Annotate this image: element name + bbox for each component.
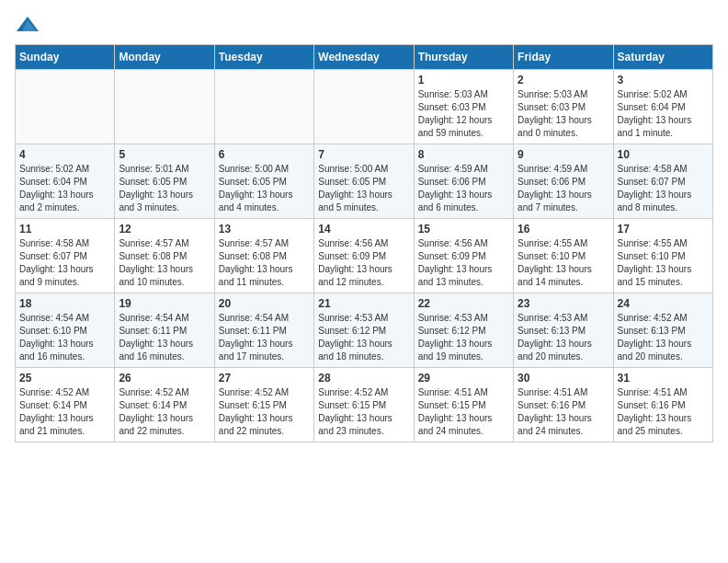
day-number: 1 — [418, 74, 509, 86]
day-number: 17 — [618, 223, 709, 236]
logo — [15, 15, 44, 35]
day-info: Sunrise: 4:58 AMSunset: 6:07 PMDaylight:… — [19, 237, 110, 289]
calendar-week-row: 25Sunrise: 4:52 AMSunset: 6:14 PMDayligh… — [16, 368, 713, 442]
day-info: Sunrise: 4:57 AMSunset: 6:08 PMDaylight:… — [219, 237, 310, 289]
day-info: Sunrise: 4:56 AMSunset: 6:09 PMDaylight:… — [318, 237, 409, 289]
day-number: 20 — [219, 297, 310, 310]
calendar-day-cell: 13Sunrise: 4:57 AMSunset: 6:08 PMDayligh… — [214, 219, 313, 293]
day-info: Sunrise: 4:52 AMSunset: 6:14 PMDaylight:… — [19, 386, 110, 438]
day-number: 13 — [219, 223, 310, 236]
day-info: Sunrise: 5:00 AMSunset: 6:05 PMDaylight:… — [219, 163, 310, 214]
day-info: Sunrise: 4:55 AMSunset: 6:10 PMDaylight:… — [618, 237, 709, 289]
day-number: 15 — [418, 223, 509, 236]
calendar-day-cell: 28Sunrise: 4:52 AMSunset: 6:15 PMDayligh… — [314, 368, 414, 442]
day-number: 22 — [418, 297, 509, 310]
day-number: 16 — [518, 223, 609, 236]
day-info: Sunrise: 4:59 AMSunset: 6:06 PMDaylight:… — [418, 163, 509, 214]
calendar-day-cell — [214, 70, 313, 144]
calendar-day-cell: 18Sunrise: 4:54 AMSunset: 6:10 PMDayligh… — [16, 293, 115, 368]
calendar-day-cell: 7Sunrise: 5:00 AMSunset: 6:05 PMDaylight… — [314, 144, 414, 219]
day-number: 21 — [318, 297, 409, 310]
day-number: 2 — [518, 74, 609, 86]
calendar-day-cell: 30Sunrise: 4:51 AMSunset: 6:16 PMDayligh… — [514, 368, 613, 442]
calendar-day-cell: 3Sunrise: 5:02 AMSunset: 6:04 PMDaylight… — [613, 70, 712, 144]
day-number: 4 — [19, 148, 110, 161]
day-info: Sunrise: 4:59 AMSunset: 6:06 PMDaylight:… — [518, 163, 609, 214]
calendar-day-cell: 2Sunrise: 5:03 AMSunset: 6:03 PMDaylight… — [514, 70, 613, 144]
day-number: 7 — [318, 148, 409, 161]
day-number: 14 — [318, 223, 409, 236]
day-number: 26 — [119, 372, 210, 385]
day-info: Sunrise: 5:01 AMSunset: 6:05 PMDaylight:… — [119, 163, 210, 214]
calendar-day-cell: 11Sunrise: 4:58 AMSunset: 6:07 PMDayligh… — [16, 219, 115, 293]
day-info: Sunrise: 4:51 AMSunset: 6:15 PMDaylight:… — [418, 386, 509, 438]
day-number: 30 — [518, 372, 609, 385]
calendar-day-cell: 9Sunrise: 4:59 AMSunset: 6:06 PMDaylight… — [514, 144, 613, 219]
day-number: 12 — [119, 223, 210, 236]
calendar-header-row: SundayMondayTuesdayWednesdayThursdayFrid… — [16, 45, 713, 70]
calendar-day-cell: 31Sunrise: 4:51 AMSunset: 6:16 PMDayligh… — [613, 368, 712, 442]
calendar-day-cell: 17Sunrise: 4:55 AMSunset: 6:10 PMDayligh… — [613, 219, 712, 293]
day-info: Sunrise: 4:58 AMSunset: 6:07 PMDaylight:… — [618, 163, 709, 214]
day-info: Sunrise: 4:51 AMSunset: 6:16 PMDaylight:… — [518, 386, 609, 438]
day-of-week-header: Saturday — [613, 45, 712, 70]
day-number: 29 — [418, 372, 509, 385]
day-number: 11 — [19, 223, 110, 236]
calendar-day-cell: 27Sunrise: 4:52 AMSunset: 6:15 PMDayligh… — [214, 368, 313, 442]
calendar-table: SundayMondayTuesdayWednesdayThursdayFrid… — [15, 44, 713, 442]
day-number: 31 — [618, 372, 709, 385]
day-number: 10 — [618, 148, 709, 161]
calendar-day-cell — [115, 70, 214, 144]
day-number: 5 — [119, 148, 210, 161]
day-info: Sunrise: 4:57 AMSunset: 6:08 PMDaylight:… — [119, 237, 210, 289]
day-number: 19 — [119, 297, 210, 310]
day-number: 24 — [618, 297, 709, 310]
calendar-day-cell: 14Sunrise: 4:56 AMSunset: 6:09 PMDayligh… — [314, 219, 414, 293]
calendar-day-cell: 6Sunrise: 5:00 AMSunset: 6:05 PMDaylight… — [214, 144, 313, 219]
day-number: 9 — [518, 148, 609, 161]
day-info: Sunrise: 5:03 AMSunset: 6:03 PMDaylight:… — [518, 88, 609, 140]
day-of-week-header: Monday — [115, 45, 214, 70]
day-number: 25 — [19, 372, 110, 385]
day-of-week-header: Friday — [514, 45, 613, 70]
calendar-day-cell: 19Sunrise: 4:54 AMSunset: 6:11 PMDayligh… — [115, 293, 214, 368]
day-number: 8 — [418, 148, 509, 161]
day-info: Sunrise: 5:03 AMSunset: 6:03 PMDaylight:… — [418, 88, 509, 140]
day-info: Sunrise: 4:52 AMSunset: 6:14 PMDaylight:… — [119, 386, 210, 438]
page-header — [15, 15, 713, 35]
day-of-week-header: Thursday — [414, 45, 513, 70]
day-info: Sunrise: 5:02 AMSunset: 6:04 PMDaylight:… — [618, 88, 709, 140]
day-info: Sunrise: 4:53 AMSunset: 6:12 PMDaylight:… — [418, 312, 509, 363]
calendar-day-cell: 21Sunrise: 4:53 AMSunset: 6:12 PMDayligh… — [314, 293, 414, 368]
day-info: Sunrise: 4:54 AMSunset: 6:11 PMDaylight:… — [219, 312, 310, 363]
day-info: Sunrise: 4:55 AMSunset: 6:10 PMDaylight:… — [518, 237, 609, 289]
logo-icon — [15, 15, 40, 35]
day-number: 18 — [19, 297, 110, 310]
day-info: Sunrise: 4:54 AMSunset: 6:10 PMDaylight:… — [19, 312, 110, 363]
calendar-day-cell: 15Sunrise: 4:56 AMSunset: 6:09 PMDayligh… — [414, 219, 513, 293]
day-of-week-header: Tuesday — [214, 45, 313, 70]
day-info: Sunrise: 4:53 AMSunset: 6:13 PMDaylight:… — [518, 312, 609, 363]
day-of-week-header: Sunday — [16, 45, 115, 70]
calendar-day-cell: 10Sunrise: 4:58 AMSunset: 6:07 PMDayligh… — [613, 144, 712, 219]
day-number: 23 — [518, 297, 609, 310]
day-info: Sunrise: 4:53 AMSunset: 6:12 PMDaylight:… — [318, 312, 409, 363]
calendar-day-cell: 5Sunrise: 5:01 AMSunset: 6:05 PMDaylight… — [115, 144, 214, 219]
day-number: 6 — [219, 148, 310, 161]
day-info: Sunrise: 4:56 AMSunset: 6:09 PMDaylight:… — [418, 237, 509, 289]
calendar-day-cell: 20Sunrise: 4:54 AMSunset: 6:11 PMDayligh… — [214, 293, 313, 368]
calendar-week-row: 18Sunrise: 4:54 AMSunset: 6:10 PMDayligh… — [16, 293, 713, 368]
day-info: Sunrise: 4:52 AMSunset: 6:15 PMDaylight:… — [318, 386, 409, 438]
calendar-day-cell: 16Sunrise: 4:55 AMSunset: 6:10 PMDayligh… — [514, 219, 613, 293]
day-info: Sunrise: 4:52 AMSunset: 6:15 PMDaylight:… — [219, 386, 310, 438]
day-info: Sunrise: 4:51 AMSunset: 6:16 PMDaylight:… — [618, 386, 709, 438]
calendar-day-cell: 4Sunrise: 5:02 AMSunset: 6:04 PMDaylight… — [16, 144, 115, 219]
day-info: Sunrise: 4:54 AMSunset: 6:11 PMDaylight:… — [119, 312, 210, 363]
calendar-day-cell: 12Sunrise: 4:57 AMSunset: 6:08 PMDayligh… — [115, 219, 214, 293]
calendar-week-row: 1Sunrise: 5:03 AMSunset: 6:03 PMDaylight… — [16, 70, 713, 144]
calendar-day-cell — [314, 70, 414, 144]
day-of-week-header: Wednesday — [314, 45, 414, 70]
day-info: Sunrise: 5:00 AMSunset: 6:05 PMDaylight:… — [318, 163, 409, 214]
calendar-day-cell: 25Sunrise: 4:52 AMSunset: 6:14 PMDayligh… — [16, 368, 115, 442]
calendar-day-cell: 24Sunrise: 4:52 AMSunset: 6:13 PMDayligh… — [613, 293, 712, 368]
